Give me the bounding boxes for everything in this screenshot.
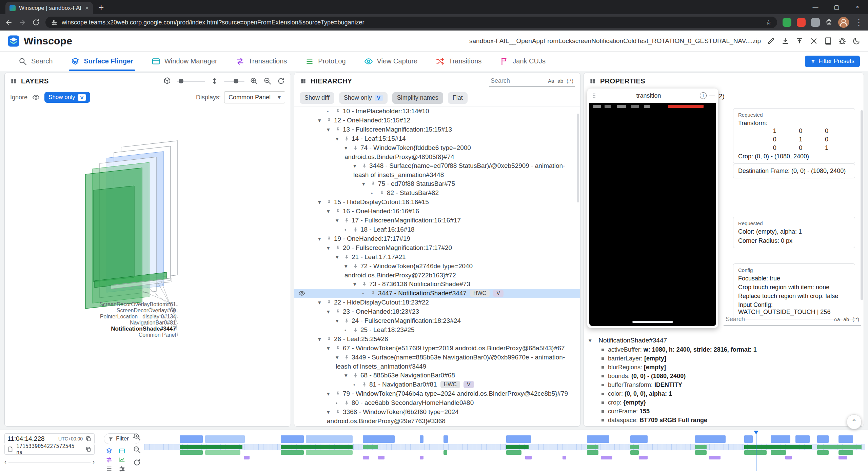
- tree-node[interactable]: •3447 - NotificationShade#3447HWCV: [294, 289, 580, 298]
- properties-search-input[interactable]: Search Aa ab (.*): [724, 313, 861, 326]
- expand-arrow-icon[interactable]: ▾: [353, 162, 361, 171]
- pin-icon[interactable]: [335, 309, 341, 314]
- expand-arrow-icon[interactable]: ▾: [336, 216, 344, 225]
- expand-arrow-icon[interactable]: ▾: [362, 180, 370, 189]
- zoom-in-icon[interactable]: [250, 77, 258, 85]
- timeline-mini-scrollbar[interactable]: ‹ ›: [4, 458, 95, 466]
- trace-segment[interactable]: [630, 445, 639, 449]
- tree-node[interactable]: ▾22 - HideDisplayCutout:18:23#22: [294, 298, 580, 307]
- trace-segment[interactable]: [244, 456, 250, 459]
- extension-icon[interactable]: [797, 18, 806, 27]
- tree-node[interactable]: ▾79 - WindowToken{7046b4a type=2024 andr…: [294, 389, 580, 398]
- screenshot-overlay-window[interactable]: transition i —: [587, 88, 718, 328]
- tree-node[interactable]: •10 - ImePlaceholder:13:14#10: [294, 107, 580, 116]
- tree-node[interactable]: ▾68 - 885b63e NavigationBar0#68: [294, 371, 580, 380]
- property-row[interactable]: color: (0, 0, 0), alpha: 1: [584, 389, 864, 398]
- trace-segment[interactable]: [363, 445, 378, 449]
- transitions-trace-icon[interactable]: [106, 465, 113, 472]
- scroll-top-button[interactable]: ⌃: [847, 414, 862, 429]
- tab-window-manager[interactable]: Window Manager: [152, 52, 217, 71]
- properties-root-node[interactable]: ▾ NotificationShade#3447: [584, 336, 864, 345]
- timeline-cursor[interactable]: [756, 431, 756, 471]
- trace-segment[interactable]: [639, 456, 648, 459]
- reload-icon[interactable]: [32, 18, 40, 26]
- tree-node[interactable]: ▾3448 - Surface(name=ed70f88 StatusBar)/…: [294, 161, 580, 179]
- layer-label[interactable]: PointerLocation - display 0#134: [52, 314, 176, 320]
- layer-label[interactable]: Common Panel: [52, 332, 176, 338]
- pin-icon[interactable]: [335, 208, 341, 214]
- spacing-slider[interactable]: [224, 81, 244, 82]
- expand-arrow-icon[interactable]: ▾: [318, 116, 326, 125]
- trace-segment[interactable]: [709, 456, 721, 459]
- trace-segment[interactable]: [180, 435, 203, 443]
- new-tab-button[interactable]: +: [98, 2, 104, 13]
- site-info-icon[interactable]: [51, 19, 58, 26]
- show-only-button[interactable]: Show only V: [339, 92, 388, 104]
- tree-node[interactable]: ▾13 - FullscreenMagnification:15:15#13: [294, 125, 580, 134]
- expand-arrow-icon[interactable]: ▾: [336, 353, 344, 362]
- trace-segment[interactable]: [744, 435, 753, 443]
- pin-icon[interactable]: [344, 400, 350, 406]
- property-row[interactable]: crop: {empty}: [584, 398, 864, 407]
- match-word-icon[interactable]: ab: [557, 78, 563, 84]
- layer-label[interactable]: NavigationBar0#81: [52, 320, 176, 326]
- tree-node[interactable]: •25 - Leaf:18:23#25: [294, 326, 580, 335]
- pin-icon[interactable]: [353, 327, 358, 333]
- layer-label[interactable]: ScreenDecorOverlay#60: [52, 308, 176, 314]
- browser-menu-icon[interactable]: ⋮: [854, 18, 863, 27]
- forward-icon[interactable]: [18, 18, 26, 26]
- tab-jank-cujs[interactable]: Jank CUJs: [500, 52, 546, 71]
- tab-close-icon[interactable]: ×: [85, 4, 89, 12]
- expand-arrow-icon[interactable]: ▾: [336, 317, 344, 326]
- expand-arrow-icon[interactable]: ▾: [318, 235, 326, 243]
- extension-icon[interactable]: [811, 18, 820, 27]
- expand-arrow-icon[interactable]: ▾: [344, 144, 353, 153]
- copy-icon[interactable]: [85, 436, 92, 442]
- pin-icon[interactable]: [326, 117, 332, 123]
- tab-search[interactable]: Search: [18, 52, 53, 71]
- flat-button[interactable]: Flat: [448, 92, 468, 104]
- trace-segment[interactable]: [587, 445, 598, 449]
- trace-segment[interactable]: [363, 435, 395, 443]
- pin-icon[interactable]: [344, 217, 350, 223]
- expand-arrow-icon[interactable]: ▾: [318, 335, 326, 344]
- download-icon[interactable]: [781, 37, 789, 45]
- pin-icon[interactable]: [326, 299, 332, 305]
- pin-icon[interactable]: [335, 409, 341, 415]
- expand-arrow-icon[interactable]: ▾: [327, 125, 335, 134]
- trace-segment[interactable]: [695, 450, 707, 455]
- extensions-puzzle-icon[interactable]: [825, 19, 833, 26]
- dark-mode-icon[interactable]: [852, 37, 861, 45]
- properties-scrollbar[interactable]: [861, 110, 863, 300]
- pin-icon[interactable]: [370, 290, 376, 296]
- pin-icon[interactable]: [370, 181, 376, 186]
- expand-arrow-icon[interactable]: ▾: [327, 308, 335, 316]
- property-row[interactable]: currFrame: 155: [584, 407, 864, 416]
- tree-node[interactable]: •80 - ace6abb SecondaryHomeHandle0#80: [294, 398, 580, 408]
- tree-node[interactable]: ▾74 - WindowToken{fdddbe6 type=2000 andr…: [294, 143, 580, 161]
- trace-segment[interactable]: [180, 450, 203, 455]
- trace-segment[interactable]: [817, 445, 862, 449]
- expand-arrow-icon[interactable]: ▾: [318, 198, 326, 207]
- expand-arrow-icon[interactable]: ▾: [327, 390, 335, 398]
- property-row[interactable]: blurRegions: [empty]: [584, 363, 864, 372]
- trace-segment[interactable]: [281, 450, 304, 455]
- expand-arrow-icon[interactable]: ▾: [353, 280, 361, 289]
- trace-segment[interactable]: [817, 450, 829, 455]
- tree-node[interactable]: ▾23 - OneHanded:18:23#23: [294, 307, 580, 316]
- trace-segment[interactable]: [306, 450, 353, 455]
- pin-icon[interactable]: [361, 381, 367, 387]
- trace-segment[interactable]: [630, 435, 648, 443]
- upload-icon[interactable]: [795, 37, 804, 45]
- pin-icon[interactable]: [361, 281, 367, 287]
- trace-segment[interactable]: [695, 445, 707, 449]
- clear-trace-icon[interactable]: [810, 37, 818, 45]
- info-icon[interactable]: i: [700, 92, 707, 99]
- pin-icon[interactable]: [344, 354, 350, 360]
- zoom-out-icon[interactable]: [263, 77, 272, 85]
- eye-icon[interactable]: [298, 290, 305, 297]
- trace-segment[interactable]: [306, 435, 353, 443]
- expand-arrow-icon[interactable]: ▾: [327, 207, 335, 216]
- browser-tab[interactable]: Winscope | sandbox-FAI ×: [5, 2, 93, 14]
- edit-icon[interactable]: [767, 37, 775, 45]
